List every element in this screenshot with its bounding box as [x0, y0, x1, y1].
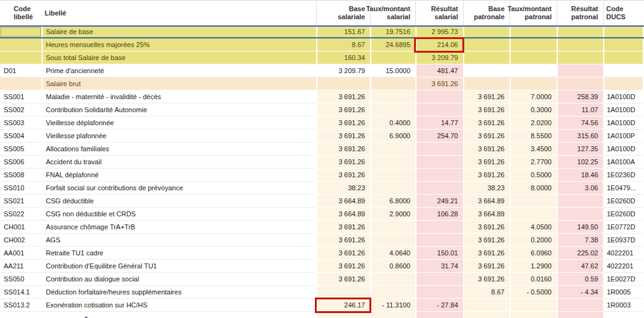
cell-libelle[interactable]: Heures mensuelles majorées 25% [42, 38, 316, 51]
cell-libelle[interactable]: Contribution d'Equilibre Général TU1 [42, 260, 316, 273]
cell-ducs[interactable] [603, 27, 644, 37]
cell-taux_sal[interactable]: 0.4000 [370, 117, 415, 130]
cell-code[interactable]: SS002 [0, 104, 42, 117]
cell-res_sal[interactable]: 249.21 [415, 195, 463, 208]
cell-libelle[interactable]: Retraite TU1 cadre [42, 247, 316, 260]
cell-ducs[interactable]: 1A0100P [603, 130, 644, 143]
cell-code[interactable]: SS010 [0, 182, 42, 195]
cell-base_sal[interactable]: 151.67 [316, 27, 370, 37]
cell-base_pat[interactable]: 3 691.26 [463, 169, 509, 182]
cell-taux_sal[interactable]: 2.9000 [370, 208, 415, 221]
cell-ducs[interactable]: 1E0236D [603, 169, 644, 182]
cell-base_sal[interactable]: 38.23 [316, 182, 370, 195]
cell-res_pat[interactable]: 225.02 [557, 247, 603, 260]
cell-base_pat[interactable] [463, 38, 509, 51]
cell-res_sal[interactable] [415, 234, 463, 247]
cell-base_pat[interactable] [463, 27, 509, 37]
cell-res_pat[interactable]: 11.07 [557, 104, 603, 117]
cell-libelle[interactable]: Salaire brut [42, 77, 316, 91]
cell-libelle[interactable]: Contribution au dialogue social [42, 273, 316, 286]
cell-taux_sal[interactable] [370, 234, 415, 247]
cell-base_sal[interactable]: 3 691.26 [316, 143, 370, 156]
cell-taux_sal[interactable] [370, 51, 415, 64]
cell-res_pat[interactable]: 315.60 [557, 130, 603, 143]
cell-ducs[interactable]: 1E0027D [603, 273, 644, 286]
cell-taux_pat[interactable] [509, 299, 557, 312]
cell-res_pat[interactable]: 3.06 [557, 182, 603, 195]
cell-base_pat[interactable]: 3 691.26 [463, 104, 509, 117]
cell-res_pat[interactable]: 127.35 [557, 143, 603, 156]
cell-ducs[interactable]: 1E0260D [603, 208, 644, 221]
cell-taux_sal[interactable] [370, 169, 415, 182]
cell-taux_sal[interactable]: 19.7516 [370, 27, 415, 37]
cell-base_sal[interactable]: 3 691.26 [316, 156, 370, 169]
cell-base_pat[interactable] [463, 299, 509, 312]
cell-base_sal[interactable]: 3 691.26 [316, 130, 370, 143]
cell-libelle[interactable]: Accident du travail [42, 156, 316, 169]
cell-res_sal[interactable]: 150.01 [415, 247, 463, 260]
cell-res_pat[interactable] [557, 64, 603, 77]
cell-base_sal[interactable]: 3 691.26 [316, 260, 370, 273]
cell-libelle[interactable]: Prime d'ancienneté [42, 64, 316, 77]
cell-base_sal[interactable]: 3 209.79 [316, 64, 370, 77]
cell-libelle[interactable]: Vieillesse plafonnée [42, 130, 316, 143]
cell-res_pat[interactable]: 102.25 [557, 156, 603, 169]
cell-taux_pat[interactable] [509, 208, 557, 221]
cell-libelle[interactable]: FNAL déplafonné [42, 169, 316, 182]
cell-ducs[interactable]: 1A0100D [603, 143, 644, 156]
cell-libelle[interactable]: Sous total Salaire de base [42, 51, 316, 64]
cell-taux_sal[interactable] [370, 273, 415, 286]
cell-taux_sal[interactable]: 0.8600 [370, 260, 415, 273]
cell-taux_sal[interactable] [370, 286, 415, 299]
cell-res_pat[interactable] [557, 27, 603, 37]
cell-res_sal[interactable]: 254.70 [415, 130, 463, 143]
cell-res_pat[interactable]: - 4.34 [557, 286, 603, 299]
cell-ducs[interactable]: 4022201 [603, 247, 644, 260]
cell-libelle[interactable]: CSG déductible [42, 195, 316, 208]
cell-base_pat[interactable]: 3 691.26 [463, 247, 509, 260]
cell-ducs[interactable]: 1A0100D [603, 91, 644, 104]
cell-base_sal[interactable]: 160.34 [316, 51, 370, 64]
cell-res_sal[interactable] [415, 143, 463, 156]
cell-libelle[interactable]: Vieillesse déplafonnée [42, 117, 316, 130]
cell-res_pat[interactable] [557, 299, 603, 312]
cell-libelle[interactable]: Maladie - maternité - invalidité - décès [42, 91, 316, 104]
cell-ducs[interactable]: 4022201 [603, 260, 644, 273]
cell-code[interactable]: SS003 [0, 117, 42, 130]
cell-base_sal[interactable]: 246.17 [316, 299, 370, 312]
cell-ducs[interactable] [603, 77, 644, 91]
cell-taux_pat[interactable] [509, 27, 557, 37]
cell-code[interactable] [0, 38, 42, 51]
cell-taux_pat[interactable]: 8.0000 [509, 182, 557, 195]
cell-res_pat[interactable]: 258.39 [557, 91, 603, 104]
cell-libelle[interactable]: Contribution Solidarité Autonomie [42, 104, 316, 117]
cell-base_sal[interactable] [316, 286, 370, 299]
cell-res_pat[interactable] [557, 77, 603, 91]
cell-taux_pat[interactable]: 0.0160 [509, 273, 557, 286]
cell-taux_pat[interactable]: 2.7700 [509, 156, 557, 169]
cell-taux_pat[interactable] [509, 64, 557, 77]
cell-libelle[interactable]: Allocations familiales [42, 143, 316, 156]
cell-res_pat[interactable] [557, 51, 603, 64]
cell-taux_pat[interactable]: 0.2000 [509, 234, 557, 247]
cell-libelle[interactable]: Forfait social sur contributions de prév… [42, 182, 316, 195]
cell-taux_sal[interactable] [370, 182, 415, 195]
cell-ducs[interactable]: 1A0100D [603, 117, 644, 130]
cell-ducs[interactable] [603, 64, 644, 77]
cell-res_sal[interactable] [415, 91, 463, 104]
cell-taux_sal[interactable] [370, 104, 415, 117]
cell-taux_pat[interactable]: 2.0200 [509, 117, 557, 130]
cell-res_pat[interactable]: 18.46 [557, 169, 603, 182]
cell-taux_sal[interactable] [370, 77, 415, 91]
cell-base_sal[interactable]: 3 664.89 [316, 208, 370, 221]
cell-res_sal[interactable]: 214.06 [415, 38, 463, 51]
cell-ducs[interactable]: 1E0260D [603, 195, 644, 208]
cell-code[interactable]: CH001 [0, 221, 42, 234]
cell-libelle[interactable]: CSG non déductible et CRDS [42, 208, 316, 221]
cell-base_sal[interactable]: 3 691.26 [316, 273, 370, 286]
cell-base_sal[interactable]: 8.67 [316, 38, 370, 51]
cell-libelle[interactable]: Exonération cotisation sur HC/HS [42, 299, 316, 312]
cell-base_pat[interactable] [463, 64, 509, 77]
cell-base_pat[interactable] [463, 51, 509, 64]
cell-taux_sal[interactable]: 15.0000 [370, 64, 415, 77]
